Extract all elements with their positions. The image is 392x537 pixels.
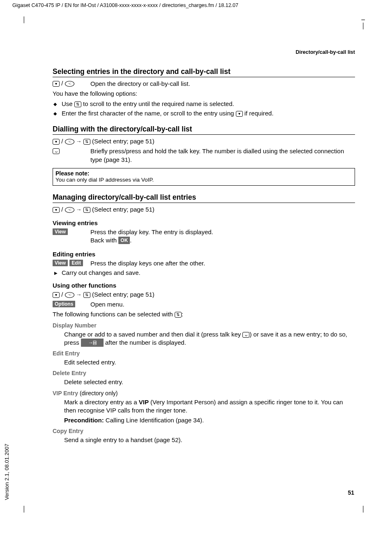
- open-dir-text: Open the directory or call-by-call list.: [90, 80, 355, 88]
- softkey-view: View: [53, 260, 68, 266]
- note-title: Please note:: [55, 170, 352, 177]
- dialling-desc: Briefly press/press and hold the talk ke…: [90, 147, 355, 164]
- down-key-icon: ▾: [53, 207, 60, 213]
- fn-vip-entry-desc: Mark a directory entry as a VIP (Very Im…: [64, 398, 355, 415]
- nav-key-icon: ⇅: [83, 207, 90, 213]
- view-key-cell: View: [53, 228, 90, 235]
- cbc-key-icon: ☜: [65, 292, 74, 298]
- fn-edit-entry-title: Edit Entry: [53, 350, 355, 357]
- softkey-view: View: [53, 228, 68, 235]
- fn-vip-precondition: Precondition: Calling Line Identificatio…: [64, 416, 355, 424]
- view-back-a: Back with: [90, 237, 118, 244]
- edit-steps-list: Carry out changes and save.: [53, 269, 355, 276]
- nav-key-icon: ⇅: [74, 101, 81, 107]
- other-select-line: ▾ / ☜ → ⇅ (Select entry; page 51): [53, 290, 355, 299]
- arrow-icon: →: [76, 291, 82, 298]
- crop-mark-mid-right: ─: [362, 16, 365, 23]
- subheading-editing: Editing entries: [53, 251, 355, 258]
- fn-copy-entry-desc: Send a single entry to a handset (page 5…: [64, 436, 355, 444]
- heading-dialling: Dialling with the directory/call-by-call…: [53, 125, 355, 135]
- down-key-icon: ▾: [236, 111, 243, 117]
- cbc-key-icon: ☜: [65, 139, 74, 145]
- fn-delete-entry-desc: Delete selected entry.: [64, 378, 355, 386]
- crop-mark-bottom-right: │: [362, 506, 365, 512]
- crop-mark-bottom-left: │: [22, 506, 25, 512]
- fn-display-number-title: Display Number: [53, 322, 355, 329]
- softkey-edit: Edit: [69, 260, 83, 266]
- nav-key-icon: ⇅: [175, 312, 182, 318]
- fn-edit-entry-desc: Edit selected entry.: [64, 358, 355, 366]
- nav-key-icon: ⇅: [83, 139, 90, 145]
- fn-vip-entry-title: VIP Entry (directory only): [53, 390, 355, 396]
- softkey-options: Options: [53, 301, 75, 307]
- edit-desc: Press the display keys one after the oth…: [90, 259, 355, 267]
- view-desc: Press the display key. The entry is disp…: [90, 228, 213, 235]
- note-body: You can only dial IP addresses via VoIP.: [55, 177, 352, 183]
- prefix-icons-open: ▾ / ☜: [53, 80, 90, 87]
- dialling-select-line: ▾ / ☜ → ⇅ (Select entry; page 51): [53, 137, 355, 145]
- page-number: 51: [348, 489, 354, 496]
- heading-managing: Managing directory/call-by-call list ent…: [53, 193, 355, 203]
- fn-display-number-desc: Change or add to a saved number and then…: [64, 330, 355, 347]
- options-key-cell: Options: [53, 300, 90, 307]
- managing-select-line: ▾ / ☜ → ⇅ (Select entry; page 51): [53, 205, 355, 214]
- down-key-icon: ▾: [53, 292, 60, 298]
- fn-copy-entry-title: Copy Entry: [53, 428, 355, 434]
- talk-key-cell: ᴗ: [53, 147, 90, 154]
- bullet-enter-first-char: Enter the first character of the name, o…: [53, 109, 355, 118]
- other-intro: The following functions can be selected …: [53, 310, 355, 318]
- options-open-menu: Open menu.: [90, 300, 355, 309]
- down-key-icon: ▾: [53, 81, 60, 87]
- view-back-b: .: [130, 237, 131, 244]
- crop-mark-top-right: │: [362, 23, 365, 29]
- softkey-ok: OK: [118, 237, 130, 244]
- edit-carry-out: Carry out changes and save.: [53, 269, 355, 276]
- nav-key-icon: ⇅: [83, 292, 90, 298]
- talk-key-icon: ᴗ: [53, 148, 60, 154]
- version-sidebar: Version 2.1, 08.01.2007: [4, 444, 10, 500]
- crop-mark-top-left: │: [22, 16, 25, 23]
- doc-path-header: Gigaset C470-475 IP / EN for IM-Ost / A3…: [0, 0, 392, 8]
- softkey-save-to-dir-icon: →⌸: [81, 339, 104, 347]
- heading-selecting-entries: Selecting entries in the directory and c…: [53, 67, 355, 77]
- subheading-other-functions: Using other functions: [53, 282, 355, 289]
- fn-delete-entry-title: Delete Entry: [53, 370, 355, 376]
- down-key-icon: ▾: [53, 139, 60, 145]
- options-intro: You have the following options:: [53, 90, 355, 98]
- running-header: Directory/call-by-call list: [53, 49, 355, 55]
- subheading-viewing: Viewing entries: [53, 219, 355, 226]
- options-bullet-list: Use ⇅ to scroll to the entry until the r…: [53, 100, 355, 118]
- cbc-key-icon: ☜: [65, 207, 74, 213]
- please-note-box: Please note: You can only dial IP addres…: [53, 168, 355, 186]
- arrow-icon: →: [76, 206, 82, 213]
- arrow-icon: →: [76, 138, 82, 145]
- cbc-key-icon: ☜: [65, 81, 74, 87]
- bullet-scroll-entry: Use ⇅ to scroll to the entry until the r…: [53, 100, 355, 108]
- edit-keys-cell: View Edit: [53, 259, 90, 266]
- talk-key-icon: ᴗ: [242, 332, 249, 338]
